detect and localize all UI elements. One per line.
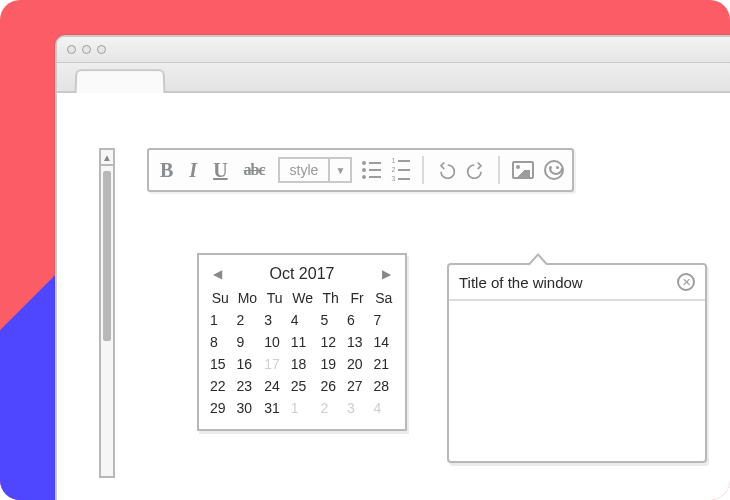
calendar-weekday: Su [207,287,234,309]
calendar-day[interactable]: 3 [261,309,288,331]
calendar-day[interactable]: 28 [370,375,397,397]
style-dropdown[interactable]: style ▼ [278,157,353,183]
emoji-button[interactable] [544,160,564,180]
calendar-day[interactable]: 20 [344,353,371,375]
redo-button[interactable] [466,161,486,179]
calendar-day[interactable]: 4 [288,309,318,331]
bold-button[interactable]: B [157,159,176,182]
dropdown-caret-icon: ▼ [328,159,350,181]
calendar-day[interactable]: 14 [370,331,397,353]
calendar-day[interactable]: 11 [288,331,318,353]
calendar-day[interactable]: 2 [234,309,262,331]
calendar-day[interactable]: 2 [317,397,344,419]
calendar-day[interactable]: 19 [317,353,344,375]
calendar-day[interactable]: 27 [344,375,371,397]
calendar-day[interactable]: 22 [207,375,234,397]
calendar-weekday-row: SuMoTuWeThFrSa [207,287,397,309]
toolbar-separator [422,156,424,184]
style-dropdown-label: style [280,159,329,181]
calendar-day[interactable]: 3 [344,397,371,419]
calendar-day[interactable]: 31 [261,397,288,419]
calendar-day[interactable]: 30 [234,397,262,419]
popup-close-button[interactable]: ✕ [677,273,695,291]
calendar-day[interactable]: 12 [317,331,344,353]
scroll-up-button[interactable]: ▲ [101,150,113,166]
popup-title: Title of the window [459,274,583,291]
underline-button[interactable]: U [210,159,230,182]
vertical-scrollbar[interactable]: ▲ [99,148,115,478]
calendar-day[interactable]: 25 [288,375,318,397]
numbered-list-button[interactable]: 1 2 3 [391,158,410,182]
formatting-toolbar: B I U abc style ▼ 1 2 3 [147,148,574,192]
bullet-list-button[interactable] [362,161,381,179]
calendar-day[interactable]: 24 [261,375,288,397]
popup-window: Title of the window ✕ [447,263,707,463]
calendar-day[interactable]: 15 [207,353,234,375]
calendar-day[interactable]: 21 [370,353,397,375]
calendar-day[interactable]: 9 [234,331,262,353]
calendar-day[interactable]: 17 [261,353,288,375]
strikethrough-button[interactable]: abc [241,161,268,179]
calendar-day[interactable]: 1 [288,397,318,419]
calendar-day[interactable]: 29 [207,397,234,419]
calendar-weekday: Fr [344,287,371,309]
toolbar-separator [498,156,500,184]
calendar-weekday: Mo [234,287,262,309]
calendar-day[interactable]: 26 [317,375,344,397]
popup-arrow-icon [527,253,549,265]
calendar-day[interactable]: 10 [261,331,288,353]
calendar-day[interactable]: 4 [370,397,397,419]
image-button[interactable] [512,161,534,179]
browser-window: ▲ B I U abc style ▼ 1 2 [55,35,730,500]
calendar-day[interactable]: 18 [288,353,318,375]
undo-button[interactable] [436,161,456,179]
calendar-grid: SuMoTuWeThFrSa 1234567891011121314151617… [207,287,397,419]
italic-button[interactable]: I [186,159,200,182]
calendar-day[interactable]: 23 [234,375,262,397]
traffic-light-close[interactable] [67,45,76,54]
calendar-day[interactable]: 7 [370,309,397,331]
calendar-day[interactable]: 6 [344,309,371,331]
calendar-weekday: Sa [370,287,397,309]
tab-strip [57,63,730,93]
calendar-widget: ◀ Oct 2017 ▶ SuMoTuWeThFrSa 123456789101… [197,253,407,431]
calendar-weekday: We [288,287,318,309]
calendar-weekday: Tu [261,287,288,309]
calendar-next-button[interactable]: ▶ [382,267,391,281]
calendar-day[interactable]: 5 [317,309,344,331]
calendar-day[interactable]: 1 [207,309,234,331]
calendar-day[interactable]: 8 [207,331,234,353]
calendar-day[interactable]: 13 [344,331,371,353]
window-titlebar [57,37,730,63]
traffic-light-zoom[interactable] [97,45,106,54]
traffic-light-minimize[interactable] [82,45,91,54]
scroll-thumb[interactable] [103,171,111,341]
calendar-prev-button[interactable]: ◀ [213,267,222,281]
calendar-day[interactable]: 16 [234,353,262,375]
calendar-month-label: Oct 2017 [270,265,335,283]
browser-tab[interactable] [75,69,166,93]
calendar-weekday: Th [317,287,344,309]
